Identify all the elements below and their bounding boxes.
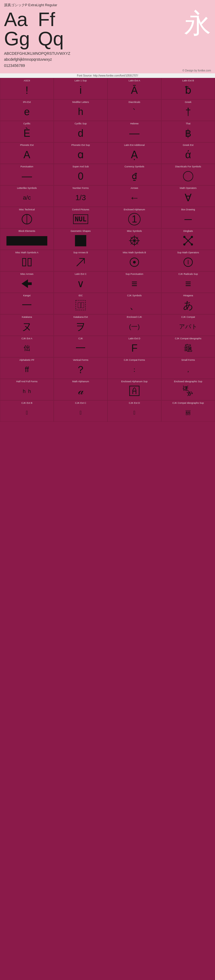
cell-label: Phonetic Ext Sup [55,144,106,146]
svg-point-14 [191,243,193,245]
cell-symbol: 一 [55,341,106,355]
cell-label: CJK Ext B [2,402,53,404]
cell-label: Sup Punctuation [109,273,160,275]
cell-symbol: (一) [109,320,160,334]
grid-cell: CJK Ext C𪜶 [54,400,107,422]
cell-symbol: 𫝀 [109,406,160,420]
grid-cell: Greek Extά [161,142,215,164]
cell-label: Misc Symbols [109,230,160,232]
cell-label: Alphabetic PF [2,359,53,361]
cell-label: Enclosed Ideographic Sup [162,380,213,383]
cell-label: CJK Compat Forms [109,359,160,361]
cell-label: Diacriticals [109,101,160,103]
cell-symbol: ƀ [162,83,213,97]
cell-label: Cyrillic [2,122,53,125]
cell-symbol: ˋ [109,105,160,119]
cell-label: Hebrew [109,122,160,125]
cell-label: Cyrillic Sup [55,122,106,125]
cell-symbol: h [55,105,106,119]
grid-cell: Enclosed Ideographic Sup🈀 [161,379,215,400]
cell-label: Phonetic Ext [2,144,53,146]
grid-cell: Enclosed CJK(一) [107,314,161,336]
svg-rect-26 [81,302,84,308]
grid-cell: Latin Ext DF [107,336,161,357]
cell-symbol [2,234,53,248]
grid-cell: Half And Full Formsｈｈ [0,379,54,400]
cell-symbol: ɑ [55,148,106,162]
cell-symbol: Ạ [109,148,160,162]
grid-cell: Math Alphanum𝒶 [54,379,107,400]
cell-symbol: — [2,169,53,183]
grid-cell: CJK Compat Ideographs Sup丽 [161,400,215,422]
grid-cell: CyrillicÈ [0,121,54,142]
grid-cell: Latin Ext AĀ [107,78,161,99]
cell-symbol: ？ [55,363,106,377]
cell-label: CJK Compat [162,316,213,318]
grid-cell: Math Operators∀ [161,185,215,207]
grid-cell: CJK Ext A㑁 [0,336,54,357]
grid-cell: IPA Exte [0,99,54,121]
cell-symbol: ά [162,148,213,162]
cell-label: CJK Ext A [2,337,53,340]
svg-line-17 [77,258,84,266]
cell-label: Greek Ext [162,144,213,146]
cell-symbol: e [2,105,53,119]
grid-cell: Vertical Forms？ [54,357,107,379]
grid-cell: IDC [54,293,107,314]
grid-cell: Misc Technical [0,207,54,228]
cell-label: Half And Full Forms [2,380,53,383]
cell-label: Block Elements [2,230,53,232]
cell-label: Latin Ext Additional [109,144,160,146]
cell-label: Currency Symbols [109,165,160,168]
cell-label: Misc Math Symbols A [2,251,53,254]
cell-label: Greek [162,101,213,103]
cell-symbol [55,298,106,312]
cell-symbol: ≡ [109,277,160,291]
grid-cell: Letterlike Symbolsa/c [0,185,54,207]
cell-label: Sup Math Operators [162,251,213,254]
cell-label: CJK Radicals Sup [162,273,213,275]
cell-label: Latin Ext C [55,273,106,275]
cell-symbol [2,277,53,291]
alphabet-lower: abcdefghijklmnopqrstuvwxyz [4,56,211,62]
cell-label: Latin Ext B [162,79,213,82]
svg-point-19 [133,261,136,264]
grid-cell: Sup Arrows B [54,250,107,271]
grid-cell: CJK Compat Ideographs龜 [161,336,215,357]
cell-label: Enclosed Alphanum Sup [109,380,160,383]
cell-label: CJK Ext D [109,402,160,404]
cell-symbol: あ [162,298,213,312]
cell-label: Enclosed Alphanum [109,208,160,211]
cell-symbol: 𪜶 [55,406,106,420]
grid-cell: Latin Ext C∨ [54,271,107,293]
cell-symbol: a/c [2,191,53,205]
grid-cell: Hiraganaあ [161,293,215,314]
grid-cell: Currency Symbols₫ [107,164,161,185]
grid-cell: Greek† [161,99,215,121]
cell-symbol: NUL [55,212,106,226]
cell-symbol [162,255,213,269]
grid-cell: Number Forms1/3 [54,185,107,207]
cell-label: Latin 1 Sup [55,79,106,82]
cell-symbol: 🄰 [109,384,160,398]
cell-label: Misc Arrows [2,273,53,275]
cell-label: Hiragana [162,294,213,297]
cell-label: Geometric Shapes [55,230,106,232]
cell-label: Math Alphanum [55,380,106,383]
cell-symbol: ! [2,83,53,97]
cell-symbol: 🈀 [162,384,213,398]
svg-rect-25 [78,302,81,308]
grid-cell: Super And Sub0 [54,164,107,185]
cell-symbol: アパト [162,320,213,334]
big-letters-ff: Ff [38,10,64,29]
cell-symbol: 1/3 [55,191,106,205]
cell-label: Sup Arrows B [55,251,106,254]
cell-symbol: 0 [55,169,106,183]
grid-cell: Enclosed Alphanum1 [107,207,161,228]
grid-cell: Block Elements [0,228,54,250]
cell-symbol [2,212,53,226]
cell-symbol: ₫ [109,169,160,183]
cell-label: Latin Ext D [109,337,160,340]
cell-symbol: Ā [109,83,160,97]
grid-cell: Alphabetic PFff [0,357,54,379]
